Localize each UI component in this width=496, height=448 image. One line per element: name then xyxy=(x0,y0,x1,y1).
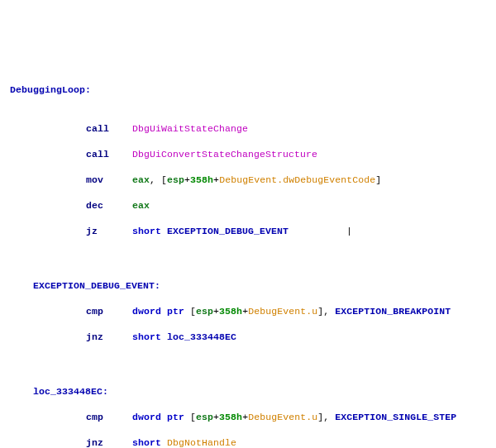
label-loc_333448EC: loc_333448EC: xyxy=(3,385,493,398)
asm-line: dec eax xyxy=(3,199,493,212)
disassembly-listing: DebuggingLoop: call DbgUiWaitStateChange… xyxy=(3,58,493,448)
asm-line: cmp dword ptr [esp+358h+DebugEvent.u], E… xyxy=(3,411,493,424)
asm-line: call DbgUiWaitStateChange xyxy=(3,122,493,136)
asm-line: cmp dword ptr [esp+358h+DebugEvent.u], E… xyxy=(3,305,493,318)
cursor-pipe: | xyxy=(346,226,352,236)
asm-line: jnz short DbgNotHandle xyxy=(3,436,493,448)
label-EXCEPTION_DEBUG_EVENT: EXCEPTION_DEBUG_EVENT: xyxy=(3,279,493,293)
asm-line: call DbgUiConvertStateChangeStructure xyxy=(3,148,493,161)
asm-line: jnz short loc_333448EC xyxy=(3,331,493,344)
label-DebuggingLoop: DebuggingLoop: xyxy=(3,83,493,97)
asm-line: mov eax, [esp+358h+DebugEvent.dwDebugEve… xyxy=(3,174,493,187)
asm-line: jz short EXCEPTION_DEBUG_EVENT | xyxy=(3,225,493,238)
